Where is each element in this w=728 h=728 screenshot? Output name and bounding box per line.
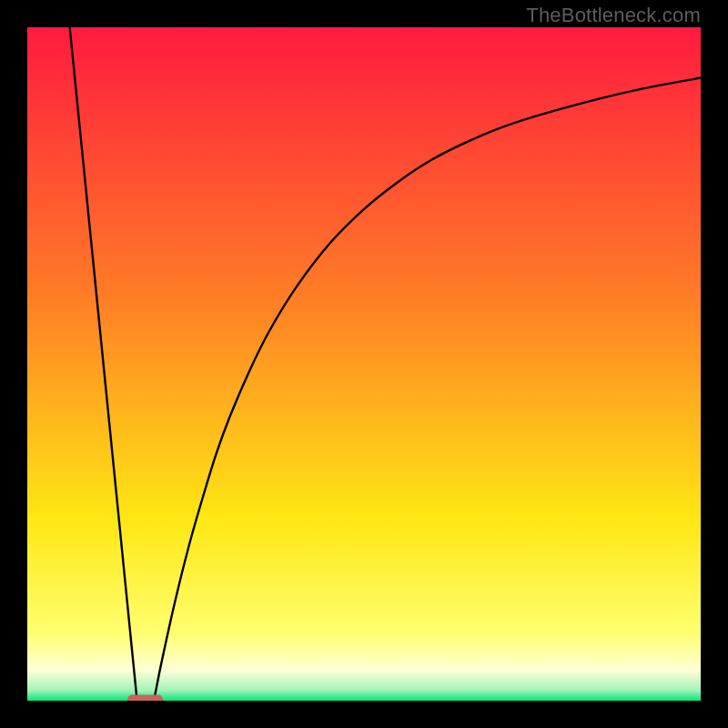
gradient-background — [27, 27, 701, 701]
chart-frame: TheBottleneck.com — [0, 0, 728, 728]
min-marker-pill — [127, 695, 162, 701]
watermark-text: TheBottleneck.com — [526, 4, 701, 27]
bottleneck-chart — [27, 27, 701, 701]
